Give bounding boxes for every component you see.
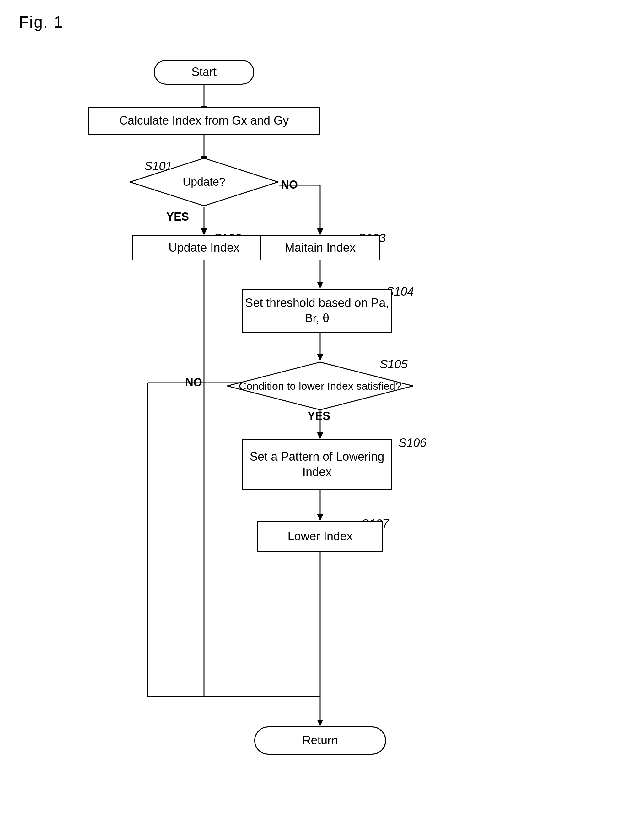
s106-label: S106 bbox=[399, 436, 426, 450]
s105-yes-label: YES bbox=[308, 409, 330, 423]
s101-no-label: NO bbox=[281, 178, 298, 191]
s103-node: Maitain Index bbox=[261, 235, 380, 260]
svg-marker-10 bbox=[317, 282, 323, 289]
s102-node: Update Index bbox=[132, 235, 276, 260]
flowchart: Start S100 Calculate Index from Gx and G… bbox=[47, 31, 612, 800]
s105-node: Condition to lower Index satisfied? bbox=[226, 361, 414, 411]
svg-marker-23 bbox=[317, 719, 323, 726]
svg-marker-14 bbox=[317, 432, 323, 439]
fig-label: Fig. 1 bbox=[19, 12, 63, 31]
s101-node: Update? bbox=[129, 157, 279, 207]
s101-yes-label: YES bbox=[166, 210, 189, 224]
svg-marker-12 bbox=[317, 354, 323, 361]
svg-marker-19 bbox=[317, 514, 323, 521]
s100-node: Calculate Index from Gx and Gy bbox=[88, 107, 320, 135]
s105-no-label: NO bbox=[185, 376, 202, 389]
svg-marker-5 bbox=[201, 228, 207, 235]
start-node: Start bbox=[154, 60, 254, 85]
return-node: Return bbox=[254, 726, 386, 755]
svg-marker-8 bbox=[317, 228, 323, 235]
s106-node: Set a Pattern of Lowering Index bbox=[242, 439, 392, 490]
s104-node: Set threshold based on Pa, Br, θ bbox=[242, 289, 392, 333]
s107-node: Lower Index bbox=[258, 521, 383, 552]
